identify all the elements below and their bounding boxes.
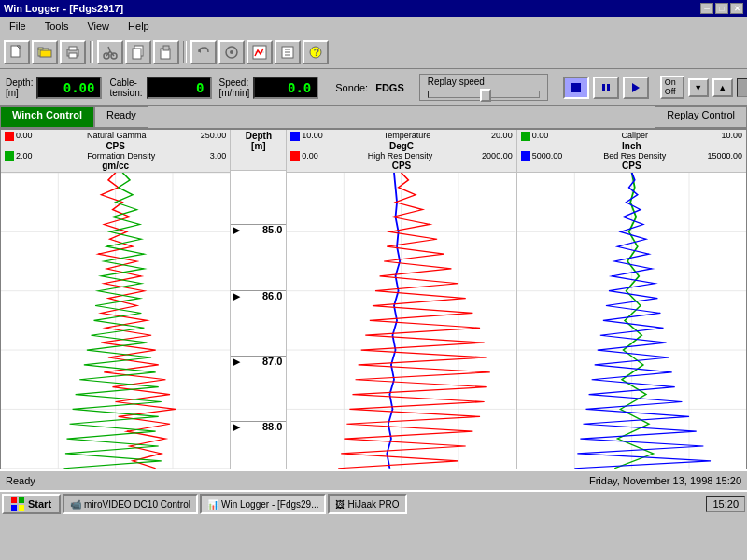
replay-speed-slider[interactable] xyxy=(428,91,540,98)
depth-control: Depth:[m] 0.00 xyxy=(6,77,102,99)
menu-help[interactable]: Help xyxy=(122,20,155,33)
menu-file[interactable]: File xyxy=(4,20,32,33)
play-button[interactable] xyxy=(623,77,649,99)
arrow-85: ▶ xyxy=(233,224,240,236)
toolbar-print[interactable] xyxy=(60,40,86,64)
stop-button[interactable] xyxy=(563,77,589,99)
depth-panel: Depth [m] 85.0 ▶ 86.0 ▶ 87.0 ▶ 88.0 ▶ xyxy=(231,130,287,469)
track3-max1: 10.00 xyxy=(721,131,742,141)
depth-title: Depth xyxy=(233,131,284,141)
cable-tension-control: Cable-tension: 0 xyxy=(109,77,211,99)
track1-row2: 2.00 Formation Density 3.00 xyxy=(3,151,228,161)
track3-unit2: CPS xyxy=(519,161,744,171)
svg-rect-57 xyxy=(11,505,17,511)
toolbar-winch[interactable] xyxy=(218,40,245,64)
depth-line-85 xyxy=(231,224,286,225)
track2-body xyxy=(287,173,515,469)
taskbar-winlogger-icon: 📊 xyxy=(207,499,218,510)
track3-color2: 5000.00 xyxy=(521,151,563,161)
track2-row2: 0.00 High Res Density 2000.00 xyxy=(289,151,514,161)
svg-line-12 xyxy=(108,47,110,51)
taskbar-winlogger[interactable]: 📊 Win Logger - [Fdgs29... xyxy=(200,494,327,514)
svg-rect-56 xyxy=(19,497,24,503)
depth-body: 85.0 ▶ 86.0 ▶ 87.0 ▶ 88.0 ▶ xyxy=(231,171,286,469)
replay-speed-label: Replay speed xyxy=(428,77,485,87)
close-button[interactable]: ✕ xyxy=(730,3,743,14)
svg-rect-29 xyxy=(602,84,605,91)
svg-rect-4 xyxy=(40,50,51,57)
down-button[interactable]: ▼ xyxy=(688,78,709,97)
depth-label: Depth:[m] xyxy=(6,77,33,98)
ready-tab[interactable]: Ready xyxy=(94,106,148,128)
toolbar-new[interactable] xyxy=(4,40,30,64)
pause-button[interactable] xyxy=(593,77,619,99)
track1-svg xyxy=(1,173,230,469)
taskbar-mirovideo-icon: 📹 xyxy=(70,499,81,510)
up-button[interactable]: ▲ xyxy=(712,78,733,97)
toolbar-sep1 xyxy=(90,41,93,63)
speed-display: 0.0 xyxy=(253,77,318,99)
menu-view[interactable]: View xyxy=(81,20,115,33)
track2-row1: 10.00 Temperature 20.00 xyxy=(289,131,514,141)
svg-rect-30 xyxy=(607,84,610,91)
toolbar-help[interactable]: ? xyxy=(303,40,329,64)
depth-header: Depth [m] xyxy=(231,130,286,171)
toolbar-cut[interactable] xyxy=(97,40,123,64)
depth-85: 85.0 xyxy=(262,224,282,235)
speed-slider[interactable] xyxy=(737,78,747,97)
track3-svg xyxy=(517,173,746,469)
track1-panel: 0.00 Natural Gamma 250.00 CPS 2.00 Forma… xyxy=(1,130,231,469)
toolbar-open[interactable] xyxy=(32,40,58,64)
toolbar-copy[interactable] xyxy=(125,40,151,64)
track2-unit2: CPS xyxy=(289,161,514,171)
svg-marker-31 xyxy=(632,83,640,92)
winch-control-tab[interactable]: Winch Control xyxy=(0,106,94,128)
taskbar-hijaak-label: HiJaak PRO xyxy=(347,499,399,510)
on-off-button[interactable]: OnOff xyxy=(660,76,684,100)
track2-max2: 2000.00 xyxy=(482,151,513,161)
transport-controls xyxy=(563,77,649,99)
start-button[interactable]: Start xyxy=(2,494,61,514)
winch-buttons: OnOff ▼ ▲ xyxy=(660,76,747,100)
maximize-button[interactable]: □ xyxy=(715,3,728,14)
arrow-88: ▶ xyxy=(233,421,240,433)
svg-rect-6 xyxy=(69,53,77,58)
chart-container: 0.00 Natural Gamma 250.00 CPS 2.00 Forma… xyxy=(0,129,747,469)
taskbar-hijaak[interactable]: 🖼 HiJaak PRO xyxy=(328,494,406,514)
toolbar-undo[interactable] xyxy=(190,40,217,64)
speed-control: Speed:[m/min] 0.0 xyxy=(219,77,319,99)
taskbar-time: 15:20 xyxy=(706,496,745,512)
depth-line-87 xyxy=(231,356,286,357)
track2-title2: High Res Density xyxy=(368,151,433,161)
svg-text:?: ? xyxy=(314,47,320,58)
menu-tools[interactable]: Tools xyxy=(39,20,75,33)
depth-line-86 xyxy=(231,290,286,291)
minimize-button[interactable]: ─ xyxy=(700,3,713,14)
sonde-area: Sonde: FDGS xyxy=(335,82,403,93)
track2-header: 10.00 Temperature 20.00 DegC 0.00 High R… xyxy=(287,130,515,173)
toolbar-settings[interactable] xyxy=(275,40,301,64)
track2-svg xyxy=(287,173,515,469)
toolbar-paste[interactable] xyxy=(153,40,179,64)
svg-rect-58 xyxy=(19,505,24,511)
speed-label: Speed:[m/min] xyxy=(219,77,250,98)
replay-control-label: Replay Control xyxy=(655,106,747,128)
depth-display: 0.00 xyxy=(36,77,102,99)
toolbar-sep2 xyxy=(183,41,187,63)
track3-max2: 15000.00 xyxy=(707,151,742,161)
taskbar-mirovideo[interactable]: 📹 miroVIDEO DC10 Control xyxy=(63,494,198,514)
track3-unit1: Inch xyxy=(519,141,744,151)
toolbar-chart[interactable] xyxy=(247,40,273,64)
track3-header: 0.00 Caliper 10.00 Inch 5000.00 Bed Res … xyxy=(517,130,746,173)
track3-title1: Caliper xyxy=(622,131,649,141)
depth-line-88 xyxy=(231,421,286,422)
track3-panel: 0.00 Caliper 10.00 Inch 5000.00 Bed Res … xyxy=(517,130,746,469)
track1-unit1: CPS xyxy=(3,141,228,151)
cable-tension-label: Cable-tension: xyxy=(109,77,142,98)
track1-body xyxy=(1,173,230,469)
track1-title2: Formation Density xyxy=(87,151,155,161)
track1-max1: 250.00 xyxy=(201,131,227,141)
track1-row1: 0.00 Natural Gamma 250.00 xyxy=(3,131,228,141)
sonde-label: Sonde: xyxy=(335,82,368,93)
menu-bar: File Tools View Help xyxy=(0,17,747,35)
